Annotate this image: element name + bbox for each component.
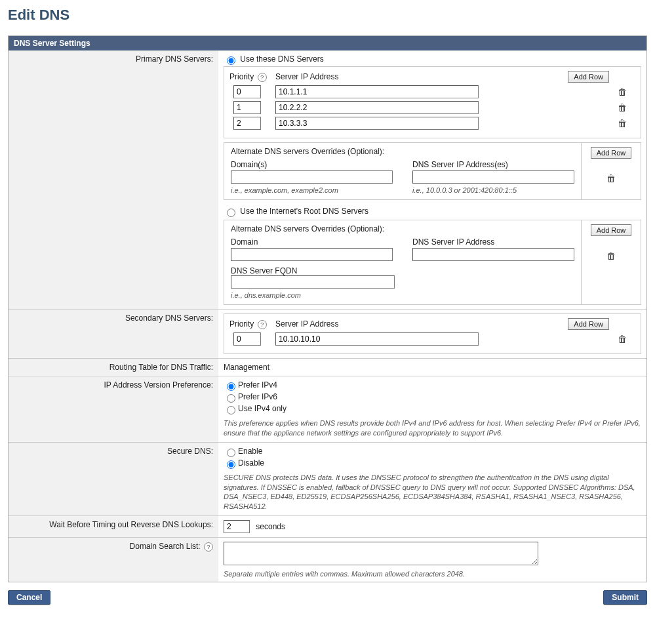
- alt-dns-overrides-2: Alternate DNS servers Overrides (Optiona…: [224, 220, 641, 305]
- dns-settings-panel: DNS Server Settings Primary DNS Servers:…: [8, 35, 647, 582]
- priority-input[interactable]: [233, 332, 261, 346]
- trash-icon[interactable]: 🗑: [618, 87, 627, 97]
- trash-icon[interactable]: 🗑: [618, 118, 627, 129]
- trash-icon[interactable]: 🗑: [606, 251, 616, 261]
- submit-button[interactable]: Submit: [603, 590, 647, 605]
- alt1-domains-label: Domain(s): [231, 160, 393, 169]
- radio-use-these-dns[interactable]: [227, 56, 235, 65]
- radio-ipv4-only[interactable]: [227, 406, 235, 414]
- alt2-fqdn-label: DNS Server FQDN: [231, 266, 574, 275]
- secondary-dns-row: 🗑: [229, 332, 635, 346]
- add-row-primary-button[interactable]: Add Row: [568, 71, 609, 83]
- primary-dns-row: 🗑: [229, 117, 635, 130]
- add-row-alt1-button[interactable]: Add Row: [591, 147, 632, 159]
- priority-input[interactable]: [233, 101, 261, 114]
- help-icon[interactable]: ?: [258, 320, 267, 329]
- priority-input[interactable]: [233, 85, 261, 98]
- alt1-ips-label: DNS Server IP Address(es): [412, 160, 574, 169]
- help-icon[interactable]: ?: [204, 542, 213, 552]
- alt1-title: Alternate DNS servers Overrides (Optiona…: [231, 147, 574, 156]
- alt2-ip-input[interactable]: [412, 248, 574, 261]
- help-icon[interactable]: ?: [258, 73, 267, 82]
- radio-ipv4-only-label: Use IPv4 only: [238, 404, 287, 413]
- alt1-ips-hint: i.e., 10.0.0.3 or 2001:420:80:1::5: [412, 186, 574, 194]
- col-server-ip-header: Server IP Address: [275, 72, 557, 81]
- page-title: Edit DNS: [8, 7, 647, 24]
- server-ip-input[interactable]: [275, 117, 479, 130]
- col-server-ip-header: Server IP Address: [275, 319, 557, 329]
- add-row-secondary-button[interactable]: Add Row: [568, 318, 609, 330]
- secondary-dns-rows-box: Priority ? Server IP Address Add Row 🗑: [224, 313, 641, 354]
- domain-search-list-textarea[interactable]: [224, 542, 538, 565]
- radio-use-root-dns-label: Use the Internet's Root DNS Servers: [240, 207, 368, 216]
- label-secure-dns: Secure DNS:: [9, 442, 218, 515]
- radio-prefer-ipv6[interactable]: [227, 394, 235, 403]
- primary-dns-rows-box: Priority ? Server IP Address Add Row 🗑: [224, 66, 641, 138]
- radio-securedns-disable[interactable]: [227, 460, 235, 469]
- alt1-domains-input[interactable]: [231, 171, 393, 184]
- reverse-dns-timeout-input[interactable]: [224, 520, 250, 533]
- radio-use-root-dns[interactable]: [227, 209, 235, 217]
- radio-prefer-ipv6-label: Prefer IPv6: [238, 392, 277, 401]
- alt-dns-overrides-1: Alternate DNS servers Overrides (Optiona…: [224, 142, 641, 200]
- ip-pref-description: This preference applies when DNS results…: [224, 418, 641, 438]
- label-domain-search-list: Domain Search List: ?: [9, 538, 218, 582]
- radio-prefer-ipv4-label: Prefer IPv4: [238, 380, 277, 390]
- alt2-fqdn-hint: i.e., dns.example.com: [231, 291, 574, 299]
- alt1-domains-hint: i.e., example.com, example2.com: [231, 186, 393, 194]
- radio-use-these-dns-label: Use these DNS Servers: [240, 54, 323, 64]
- server-ip-input[interactable]: [275, 85, 479, 98]
- trash-icon[interactable]: 🗑: [618, 334, 627, 344]
- radio-securedns-disable-label: Disable: [238, 458, 264, 468]
- label-secondary-dns: Secondary DNS Servers:: [9, 310, 218, 359]
- cancel-button[interactable]: Cancel: [8, 590, 50, 605]
- label-ip-preference: IP Address Version Preference:: [9, 376, 218, 443]
- radio-prefer-ipv4[interactable]: [227, 382, 235, 391]
- radio-securedns-enable[interactable]: [227, 449, 235, 457]
- priority-input[interactable]: [233, 117, 261, 130]
- label-primary-dns: Primary DNS Servers:: [9, 50, 218, 310]
- alt1-ips-input[interactable]: [412, 171, 574, 184]
- alt2-domain-label: Domain: [231, 237, 393, 247]
- label-routing-table: Routing Table for DNS Traffic:: [9, 359, 218, 376]
- primary-dns-row: 🗑: [229, 85, 635, 98]
- primary-dns-row: 🗑: [229, 101, 635, 114]
- domain-search-hint: Separate multiple entries with commas. M…: [224, 570, 641, 578]
- radio-securedns-enable-label: Enable: [238, 447, 262, 456]
- alt2-domain-input[interactable]: [231, 248, 393, 261]
- trash-icon[interactable]: 🗑: [618, 102, 627, 113]
- routing-table-value: Management: [218, 359, 646, 376]
- col-priority-header: Priority: [229, 319, 254, 329]
- panel-header: DNS Server Settings: [9, 36, 646, 50]
- alt2-fqdn-input[interactable]: [231, 275, 395, 289]
- label-reverse-dns-timeout: Wait Before Timing out Reverse DNS Looku…: [9, 516, 218, 538]
- secure-dns-description: SECURE DNS protects DNS data. It uses th…: [224, 473, 641, 512]
- server-ip-input[interactable]: [275, 101, 479, 114]
- add-row-alt2-button[interactable]: Add Row: [591, 224, 632, 236]
- alt2-title: Alternate DNS servers Overrides (Optiona…: [231, 224, 574, 233]
- alt2-ip-label: DNS Server IP Address: [412, 237, 574, 247]
- server-ip-input[interactable]: [275, 332, 479, 346]
- col-priority-header: Priority: [229, 72, 254, 81]
- seconds-label: seconds: [256, 522, 285, 531]
- trash-icon[interactable]: 🗑: [606, 173, 616, 184]
